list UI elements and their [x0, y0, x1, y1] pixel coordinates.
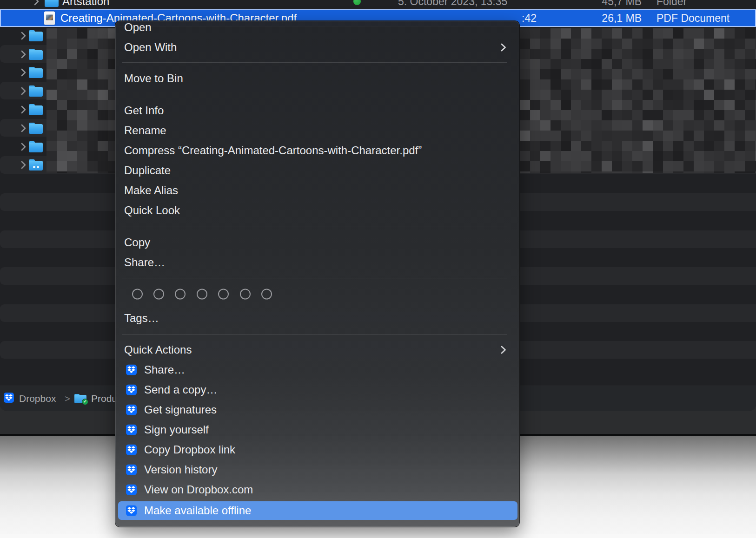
- mosaic-block: [704, 59, 714, 69]
- tag-circle-icon[interactable]: [218, 289, 229, 300]
- path-item-dropbox[interactable]: Dropbox: [19, 393, 56, 404]
- mosaic-block: [46, 28, 57, 39]
- mosaic-block: [98, 90, 108, 100]
- menu-item-get-info[interactable]: Get Info: [118, 101, 517, 120]
- disclosure-chevron-icon[interactable]: [20, 50, 26, 59]
- redaction-mosaic-right: [520, 28, 756, 173]
- menu-item-sign-yourself[interactable]: Sign yourself: [118, 420, 517, 439]
- tag-circle-icon[interactable]: [261, 289, 272, 300]
- disclosure-chevron-icon[interactable]: [20, 161, 26, 169]
- mosaic-block: [643, 141, 653, 151]
- mosaic-block: [704, 141, 714, 151]
- mosaic-block: [622, 28, 632, 39]
- menu-item-make-alias[interactable]: Make Alias: [118, 181, 517, 200]
- menu-item-quick-actions[interactable]: Quick Actions: [118, 341, 517, 359]
- menu-item-label: Move to Bin: [124, 72, 183, 85]
- menu-item-move-to-bin[interactable]: Move to Bin: [118, 69, 517, 88]
- menu-item-label: Share…: [144, 363, 185, 376]
- mosaic-block: [735, 49, 745, 59]
- disclosure-chevron-icon[interactable]: [20, 68, 26, 77]
- mosaic-block: [87, 39, 98, 49]
- mosaic-block: [683, 59, 694, 69]
- mosaic-block: [745, 161, 755, 171]
- mosaic-block: [653, 90, 663, 100]
- menu-item-tags[interactable]: Tags…: [118, 309, 517, 328]
- mosaic-block: [622, 110, 632, 120]
- mosaic-block: [694, 90, 704, 100]
- mosaic-block: [612, 110, 622, 120]
- mosaic-block: [530, 151, 540, 161]
- mosaic-block: [561, 49, 571, 59]
- disclosure-chevron-icon[interactable]: [20, 87, 26, 95]
- tag-circle-icon[interactable]: [153, 289, 164, 300]
- mosaic-block: [653, 131, 663, 141]
- mosaic-block: [632, 79, 643, 90]
- mosaic-block: [67, 79, 77, 90]
- mosaic-block: [704, 28, 714, 39]
- mosaic-block: [612, 171, 622, 173]
- tag-circle-icon[interactable]: [240, 289, 251, 300]
- menu-item-get-signatures[interactable]: Get signatures: [118, 400, 517, 419]
- tag-circle-icon[interactable]: [197, 289, 207, 300]
- tag-circle-icon[interactable]: [175, 289, 186, 300]
- path-item-folder[interactable]: Produ: [91, 393, 117, 404]
- disclosure-chevron-icon[interactable]: [20, 143, 26, 151]
- mosaic-block: [653, 79, 663, 90]
- sync-status-dot-icon: [353, 0, 361, 5]
- menu-item-share[interactable]: Share…: [118, 361, 517, 379]
- mosaic-block: [602, 110, 612, 120]
- path-separator: >: [65, 393, 70, 404]
- mosaic-block: [67, 100, 77, 110]
- disclosure-chevron-icon[interactable]: [33, 0, 39, 6]
- mosaic-block: [643, 39, 653, 49]
- mosaic-block: [530, 131, 540, 141]
- mosaic-block: [108, 120, 115, 131]
- tag-circle-icon[interactable]: [132, 289, 143, 300]
- mosaic-block: [663, 39, 673, 49]
- menu-item-duplicate[interactable]: Duplicate: [118, 161, 517, 180]
- disclosure-chevron-icon[interactable]: [20, 124, 26, 132]
- submenu-chevron-icon: [500, 346, 506, 354]
- mosaic-block: [108, 79, 115, 90]
- menu-item-copy[interactable]: Copy: [118, 233, 517, 252]
- mosaic-block: [87, 59, 98, 69]
- mosaic-block: [581, 151, 591, 161]
- mosaic-block: [724, 141, 735, 151]
- menu-item-make-available-offline[interactable]: Make available offline: [118, 501, 517, 520]
- menu-item-label: Tags…: [124, 312, 159, 325]
- file-kind: Folder: [657, 0, 687, 8]
- menu-separator: [122, 278, 507, 278]
- file-size: 26,1 MB: [567, 12, 642, 25]
- mosaic-block: [602, 171, 612, 173]
- mosaic-block: [683, 141, 694, 151]
- menu-item-copy-dropbox-link[interactable]: Copy Dropbox link: [118, 440, 517, 459]
- menu-item-rename[interactable]: Rename: [118, 121, 517, 140]
- menu-item-quick-look[interactable]: Quick Look: [118, 201, 517, 220]
- mosaic-block: [571, 79, 581, 90]
- menu-item-compress-creating-animated-cartoons-with-character-pdf[interactable]: Compress “Creating-Animated-Cartoons-wit…: [118, 141, 517, 160]
- disclosure-chevron-icon[interactable]: [20, 105, 26, 114]
- menu-item-share[interactable]: Share…: [118, 253, 517, 272]
- menu-item-label: Make Alias: [124, 184, 178, 197]
- folder-icon: [45, 0, 59, 7]
- menu-item-send-a-copy[interactable]: Send a copy…: [118, 381, 517, 399]
- mosaic-block: [561, 120, 571, 131]
- mosaic-block: [98, 120, 108, 131]
- mosaic-block: [98, 161, 108, 171]
- mosaic-block: [581, 100, 591, 110]
- mosaic-block: [591, 110, 602, 120]
- mosaic-block: [520, 28, 530, 39]
- menu-item-view-on-dropbox-com[interactable]: View on Dropbox.com: [118, 480, 517, 499]
- mosaic-block: [602, 79, 612, 90]
- mosaic-block: [67, 90, 77, 100]
- disclosure-chevron-icon[interactable]: [20, 32, 26, 40]
- menu-item-version-history[interactable]: Version history: [118, 460, 517, 479]
- mosaic-block: [46, 100, 57, 110]
- menu-item-open-with[interactable]: Open With: [118, 38, 517, 57]
- mosaic-block: [87, 120, 98, 131]
- mosaic-block: [571, 110, 581, 120]
- mosaic-block: [683, 100, 694, 110]
- menu-item-open[interactable]: Open: [118, 18, 517, 37]
- folder-icon: [29, 49, 43, 60]
- mosaic-block: [550, 151, 561, 161]
